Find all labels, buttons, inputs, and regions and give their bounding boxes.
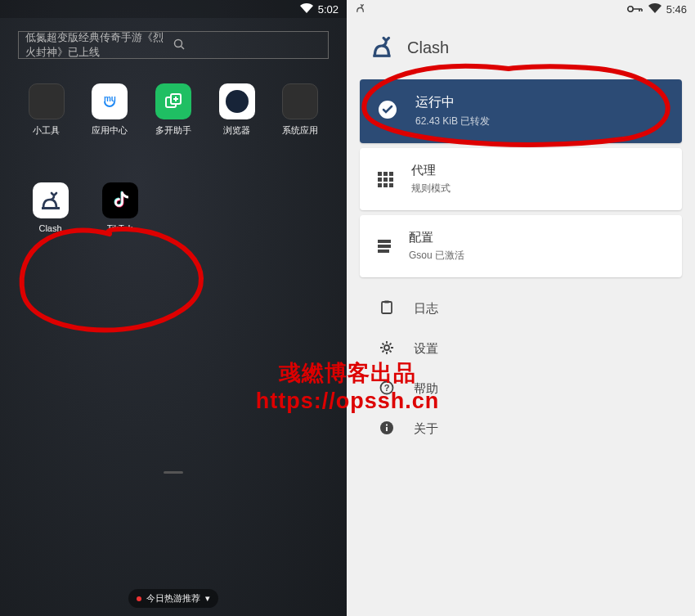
statusbar-right: 5:46 (347, 0, 695, 18)
app-label: 浏览器 (223, 124, 250, 137)
launcher-screen: 5:02 低氮超变版经典传奇手游《烈火封神》已上线 小工具 mu 应用中心 多开… (0, 0, 347, 616)
running-card[interactable]: 运行中 62.43 KiB 已转发 (360, 79, 682, 143)
app-label: 系统应用 (282, 124, 318, 137)
compass-icon (219, 83, 255, 119)
app-tools-folder[interactable]: 小工具 (25, 83, 69, 137)
menu-label: 设置 (414, 341, 438, 357)
multiopen-icon (155, 83, 191, 119)
proxy-card[interactable]: 代理 规则模式 (360, 148, 682, 210)
info-icon (379, 420, 394, 438)
wifi-icon (300, 3, 313, 16)
svg-point-6 (627, 6, 632, 11)
svg-rect-7 (373, 55, 390, 57)
menu-log[interactable]: 日志 (347, 289, 695, 329)
tiktok-icon (102, 182, 138, 218)
app-label: TikTok (107, 223, 132, 233)
svg-point-11 (384, 345, 389, 350)
menu-label: 日志 (414, 301, 438, 317)
nav-handle[interactable] (164, 471, 183, 474)
watermark-line2: https://opssh.cn (256, 388, 440, 416)
status-time: 5:02 (318, 3, 339, 16)
config-sub: Gsou 已激活 (409, 249, 464, 263)
check-circle-icon (378, 100, 397, 123)
svg-rect-15 (386, 427, 388, 431)
vpn-key-icon (627, 3, 643, 16)
app-label: 多开助手 (155, 124, 191, 137)
app-appcenter[interactable]: mu 应用中心 (88, 83, 132, 137)
svg-rect-16 (386, 425, 388, 426)
status-time: 5:46 (666, 3, 687, 16)
clash-screen: 5:46 Clash 运行中 62.43 KiB 已转发 代理 规则模式 配置 … (347, 0, 695, 616)
folder-icon (282, 83, 318, 119)
chevron-down-icon: ▾ (205, 593, 210, 604)
proxy-title: 代理 (411, 163, 451, 178)
running-sub: 62.43 KiB 已转发 (415, 115, 490, 128)
clash-icon (33, 182, 69, 218)
dot-icon (137, 596, 141, 601)
folder-icon (29, 83, 65, 119)
app-row-2: Clash TikTok (0, 182, 347, 233)
statusbar-left: 5:02 (0, 0, 347, 18)
svg-point-0 (175, 39, 182, 47)
apps-grid-icon (378, 172, 393, 187)
search-placeholder: 低氮超变版经典传奇手游《烈火封神》已上线 (25, 30, 173, 60)
app-row-1: 小工具 mu 应用中心 多开助手 浏览器 系统应用 (0, 59, 347, 137)
wifi-icon (648, 3, 661, 16)
app-multiopen[interactable]: 多开助手 (151, 83, 195, 137)
app-label: 应用中心 (92, 124, 128, 137)
config-title: 配置 (409, 230, 464, 245)
proxy-sub: 规则模式 (411, 182, 451, 196)
gear-icon (379, 340, 394, 357)
appcenter-icon: mu (92, 83, 128, 119)
app-label: 小工具 (33, 124, 60, 137)
running-title: 运行中 (415, 94, 490, 111)
app-tiktok[interactable]: TikTok (97, 182, 142, 233)
svg-point-4 (226, 90, 249, 113)
stack-icon (378, 240, 391, 253)
app-clash[interactable]: Clash (28, 182, 73, 233)
clash-statusbar-icon (355, 2, 366, 16)
search-bar[interactable]: 低氮超变版经典传奇手游《烈火封神》已上线 (18, 31, 329, 59)
app-bar: Clash (347, 18, 695, 74)
hot-label: 今日热游推荐 (146, 592, 200, 605)
svg-rect-5 (42, 207, 60, 209)
app-browser[interactable]: 浏览器 (215, 83, 259, 137)
app-title: Clash (407, 38, 449, 57)
watermark: 彧繎博客出品 https://opssh.cn (256, 360, 440, 416)
config-card[interactable]: 配置 Gsou 已激活 (360, 215, 682, 277)
watermark-line1: 彧繎博客出品 (256, 360, 440, 388)
app-system-folder[interactable]: 系统应用 (278, 83, 322, 137)
menu-label: 关于 (414, 421, 438, 437)
svg-rect-10 (384, 301, 389, 304)
svg-line-1 (182, 46, 185, 49)
app-label: Clash (38, 223, 61, 233)
clipboard-icon (379, 300, 394, 317)
hot-games-pill[interactable]: 今日热游推荐 ▾ (128, 589, 218, 608)
search-icon[interactable] (173, 38, 321, 52)
clash-logo-icon (370, 33, 396, 63)
svg-rect-9 (382, 302, 392, 313)
